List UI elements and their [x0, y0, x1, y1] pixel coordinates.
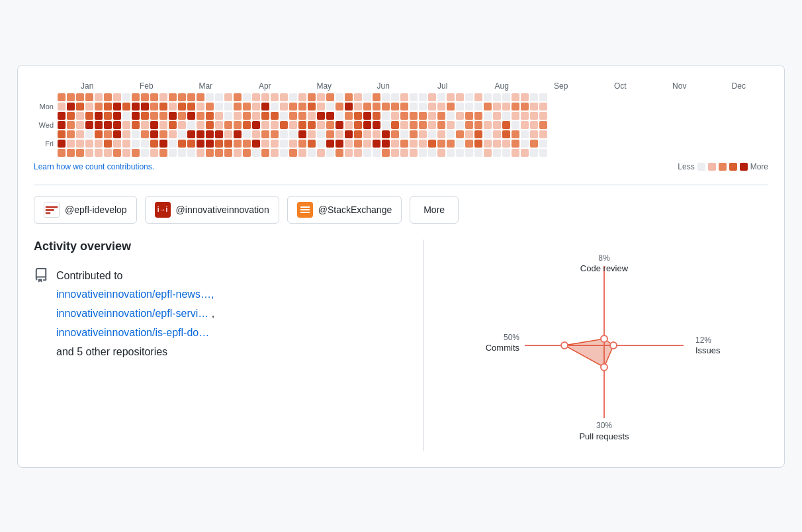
cell-5-41[interactable] — [437, 140, 445, 148]
cell-2-24[interactable] — [280, 112, 288, 120]
cell-2-20[interactable] — [243, 112, 251, 120]
cell-4-30[interactable] — [335, 130, 343, 138]
cell-3-49[interactable] — [512, 121, 519, 129]
cell-2-44[interactable] — [465, 112, 473, 120]
cell-3-30[interactable] — [335, 121, 343, 129]
cell-5-28[interactable] — [317, 140, 325, 148]
cell-0-18[interactable] — [224, 93, 232, 101]
cell-0-21[interactable] — [252, 93, 260, 101]
cell-5-26[interactable] — [298, 140, 306, 148]
cell-5-16[interactable] — [206, 140, 214, 148]
cell-4-13[interactable] — [178, 130, 186, 138]
cell-0-42[interactable] — [447, 93, 455, 101]
cell-0-49[interactable] — [512, 93, 519, 101]
cell-6-7[interactable] — [122, 149, 130, 157]
cell-4-16[interactable] — [206, 130, 214, 138]
cell-2-0[interactable] — [58, 112, 66, 120]
cell-2-32[interactable] — [354, 112, 362, 120]
cell-0-27[interactable] — [308, 93, 316, 101]
cell-5-2[interactable] — [76, 140, 84, 148]
cell-3-23[interactable] — [271, 121, 279, 129]
cell-5-47[interactable] — [493, 140, 501, 148]
cell-5-42[interactable] — [447, 140, 455, 148]
cell-2-11[interactable] — [159, 112, 167, 120]
cell-0-8[interactable] — [132, 93, 140, 101]
cell-0-45[interactable] — [474, 93, 482, 101]
cell-5-6[interactable] — [113, 140, 121, 148]
cell-5-0[interactable] — [58, 140, 66, 148]
cell-3-21[interactable] — [252, 121, 260, 129]
cell-5-4[interactable] — [95, 140, 103, 148]
cell-1-29[interactable] — [326, 103, 334, 111]
cell-1-14[interactable] — [187, 103, 195, 111]
cell-6-20[interactable] — [243, 149, 251, 157]
cell-6-41[interactable] — [437, 149, 445, 157]
cell-2-5[interactable] — [104, 112, 112, 120]
org-button-innovative[interactable]: i→i @innovativeinnovation — [145, 196, 279, 224]
cell-4-52[interactable] — [539, 130, 547, 138]
cell-3-10[interactable] — [150, 121, 158, 129]
cell-2-27[interactable] — [308, 112, 316, 120]
cell-3-9[interactable] — [141, 121, 149, 129]
cell-5-40[interactable] — [428, 140, 436, 148]
cell-0-3[interactable] — [85, 93, 93, 101]
cell-0-20[interactable] — [243, 93, 251, 101]
cell-0-11[interactable] — [159, 93, 167, 101]
cell-3-35[interactable] — [382, 121, 390, 129]
cell-4-20[interactable] — [243, 130, 251, 138]
cell-3-41[interactable] — [437, 121, 445, 129]
cell-6-16[interactable] — [206, 149, 214, 157]
cell-6-11[interactable] — [159, 149, 167, 157]
cell-0-22[interactable] — [261, 93, 269, 101]
cell-4-6[interactable] — [113, 130, 121, 138]
cell-5-8[interactable] — [132, 140, 140, 148]
cell-2-4[interactable] — [95, 112, 103, 120]
cell-1-20[interactable] — [243, 103, 251, 111]
cell-6-21[interactable] — [252, 149, 260, 157]
cell-5-29[interactable] — [326, 140, 334, 148]
cell-1-47[interactable] — [493, 103, 501, 111]
cell-5-44[interactable] — [465, 140, 473, 148]
cell-2-2[interactable] — [76, 112, 84, 120]
cell-5-49[interactable] — [512, 140, 519, 148]
cell-1-10[interactable] — [150, 103, 158, 111]
cell-5-43[interactable] — [456, 140, 464, 148]
cell-2-22[interactable] — [261, 112, 269, 120]
cell-6-34[interactable] — [373, 149, 380, 157]
cell-6-22[interactable] — [261, 149, 269, 157]
cell-6-37[interactable] — [400, 149, 408, 157]
cell-3-43[interactable] — [456, 121, 464, 129]
cell-5-50[interactable] — [521, 140, 529, 148]
cell-3-45[interactable] — [474, 121, 482, 129]
cell-2-17[interactable] — [215, 112, 223, 120]
learn-link[interactable]: Learn how we count contributions. — [34, 162, 154, 171]
cell-4-1[interactable] — [67, 130, 75, 138]
cell-2-25[interactable] — [289, 112, 297, 120]
cell-6-42[interactable] — [447, 149, 455, 157]
cell-4-49[interactable] — [512, 130, 519, 138]
cell-1-22[interactable] — [261, 103, 269, 111]
cell-2-12[interactable] — [169, 112, 177, 120]
cell-4-41[interactable] — [437, 130, 445, 138]
cell-3-0[interactable] — [58, 121, 66, 129]
cell-4-25[interactable] — [289, 130, 297, 138]
cell-6-3[interactable] — [85, 149, 93, 157]
cell-5-19[interactable] — [234, 140, 242, 148]
cell-6-25[interactable] — [289, 149, 297, 157]
cell-6-31[interactable] — [345, 149, 353, 157]
cell-0-36[interactable] — [391, 93, 399, 101]
cell-1-6[interactable] — [113, 103, 121, 111]
cell-5-7[interactable] — [122, 140, 130, 148]
cell-0-41[interactable] — [437, 93, 445, 101]
cell-0-38[interactable] — [410, 93, 418, 101]
cell-3-17[interactable] — [215, 121, 223, 129]
cell-5-15[interactable] — [197, 140, 204, 148]
cell-1-46[interactable] — [484, 103, 492, 111]
cell-3-31[interactable] — [345, 121, 353, 129]
cell-1-4[interactable] — [95, 103, 103, 111]
cell-3-2[interactable] — [76, 121, 84, 129]
cell-6-9[interactable] — [141, 149, 149, 157]
cell-3-18[interactable] — [224, 121, 232, 129]
cell-0-29[interactable] — [326, 93, 334, 101]
cell-0-37[interactable] — [400, 93, 408, 101]
